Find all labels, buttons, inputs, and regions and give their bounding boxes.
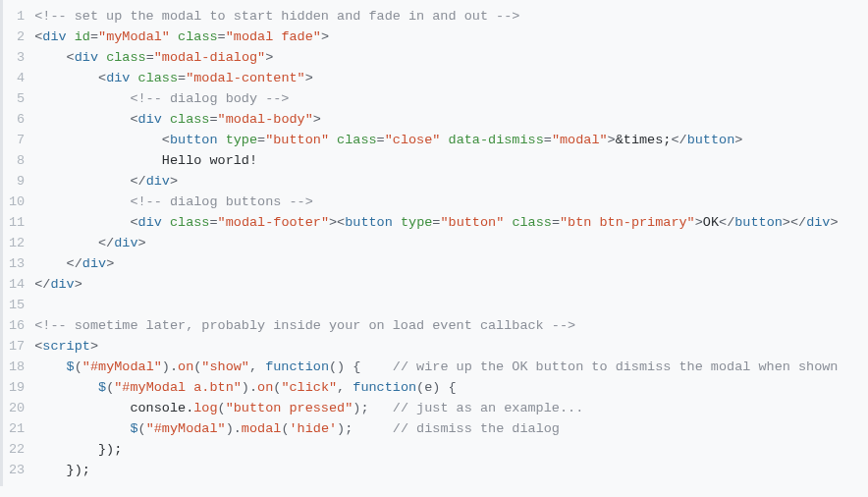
line-number-gutter: 1234567891011121314151617181920212223 xyxy=(3,6,34,480)
line-number: 20 xyxy=(9,398,25,418)
code-line: $("#myModal a.btn").on("click", function… xyxy=(34,377,868,398)
code-line: console.log("button pressed"); // just a… xyxy=(34,398,868,418)
line-number: 17 xyxy=(9,336,25,357)
code-line: <div class="modal-content"> xyxy=(34,68,868,88)
line-number: 13 xyxy=(9,253,25,274)
code-line: </div> xyxy=(34,253,868,274)
line-number: 11 xyxy=(9,212,25,233)
code-line xyxy=(34,295,868,315)
line-number: 5 xyxy=(9,88,25,109)
line-number: 7 xyxy=(9,130,25,150)
line-number: 15 xyxy=(9,295,25,315)
line-number: 4 xyxy=(9,68,25,88)
code-line: <div class="modal-body"> xyxy=(34,109,868,130)
code-line: <button type="button" class="close" data… xyxy=(34,130,868,150)
line-number: 8 xyxy=(9,150,25,171)
line-number: 19 xyxy=(9,377,25,398)
code-line: </div> xyxy=(34,274,868,295)
code-line: Hello world! xyxy=(34,150,868,171)
code-line: </div> xyxy=(34,171,868,192)
line-number: 23 xyxy=(9,460,25,480)
code-line: $("#myModal").on("show", function() { //… xyxy=(34,357,868,377)
line-number: 9 xyxy=(9,171,25,192)
code-line: <!-- dialog body --> xyxy=(34,88,868,109)
line-number: 18 xyxy=(9,357,25,377)
code-line: }); xyxy=(34,439,868,460)
code-line: <div id="myModal" class="modal fade"> xyxy=(34,27,868,47)
code-line: <script> xyxy=(34,336,868,357)
line-number: 3 xyxy=(9,47,25,68)
line-number: 14 xyxy=(9,274,25,295)
code-line: <div class="modal-dialog"> xyxy=(34,47,868,68)
code-line: <!-- sometime later, probably inside you… xyxy=(34,315,868,336)
code-line: <!-- set up the modal to start hidden an… xyxy=(34,6,868,27)
code-line: $("#myModal").modal('hide'); // dismiss … xyxy=(34,418,868,439)
code-content: <!-- set up the modal to start hidden an… xyxy=(34,6,868,480)
line-number: 6 xyxy=(9,109,25,130)
line-number: 1 xyxy=(9,6,25,27)
code-line: </div> xyxy=(34,233,868,253)
line-number: 21 xyxy=(9,418,25,439)
code-line: }); xyxy=(34,460,868,480)
line-number: 16 xyxy=(9,315,25,336)
code-line: <div class="modal-footer"><button type="… xyxy=(34,212,868,233)
line-number: 2 xyxy=(9,27,25,47)
code-line: <!-- dialog buttons --> xyxy=(34,192,868,212)
line-number: 22 xyxy=(9,439,25,460)
line-number: 12 xyxy=(9,233,25,253)
line-number: 10 xyxy=(9,192,25,212)
code-block: 1234567891011121314151617181920212223 <!… xyxy=(0,0,868,486)
